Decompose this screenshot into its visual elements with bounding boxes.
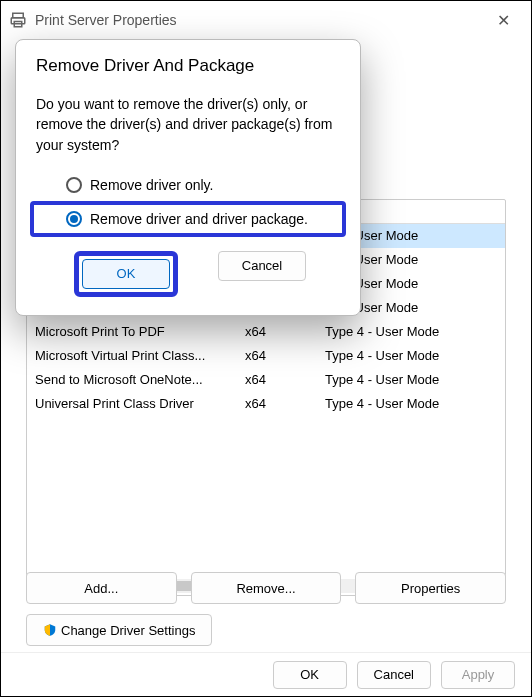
dialog-ok-button[interactable]: OK: [82, 259, 170, 289]
dialog-button-bar: OK Cancel Apply: [1, 652, 531, 696]
highlight-selected-option: Remove driver and driver package.: [30, 201, 346, 237]
window-title: Print Server Properties: [35, 12, 483, 28]
properties-button[interactable]: Properties: [355, 572, 506, 604]
table-row[interactable]: Microsoft Print To PDFx64Type 4 - User M…: [27, 320, 505, 344]
table-row[interactable]: Send to Microsoft OneNote...x64Type 4 - …: [27, 368, 505, 392]
dialog-cancel-button[interactable]: Cancel: [218, 251, 306, 281]
printer-icon: [9, 11, 27, 29]
table-row[interactable]: Universal Print Class Driverx64Type 4 - …: [27, 392, 505, 416]
radio-remove-driver-and-package[interactable]: Remove driver and driver package.: [60, 207, 340, 231]
close-icon[interactable]: ✕: [483, 11, 523, 30]
apply-button[interactable]: Apply: [441, 661, 515, 689]
remove-button[interactable]: Remove...: [191, 572, 342, 604]
change-driver-settings-button[interactable]: Change Driver Settings: [26, 614, 212, 646]
radio-label: Remove driver only.: [90, 177, 213, 193]
remove-driver-dialog: Remove Driver And Package Do you want to…: [15, 39, 361, 316]
cancel-button[interactable]: Cancel: [357, 661, 431, 689]
shield-icon: [43, 623, 57, 637]
radio-icon: [66, 177, 82, 193]
change-driver-settings-label: Change Driver Settings: [61, 623, 195, 638]
table-row[interactable]: Microsoft Virtual Print Class...x64Type …: [27, 344, 505, 368]
highlight-ok-button: OK: [74, 251, 178, 297]
ok-button[interactable]: OK: [273, 661, 347, 689]
titlebar: Print Server Properties ✕: [1, 1, 531, 39]
dialog-message: Do you want to remove the driver(s) only…: [36, 94, 340, 155]
add-button[interactable]: Add...: [26, 572, 177, 604]
dialog-title: Remove Driver And Package: [36, 56, 340, 76]
radio-icon: [66, 211, 82, 227]
radio-label: Remove driver and driver package.: [90, 211, 308, 227]
radio-remove-driver-only[interactable]: Remove driver only.: [60, 173, 340, 197]
